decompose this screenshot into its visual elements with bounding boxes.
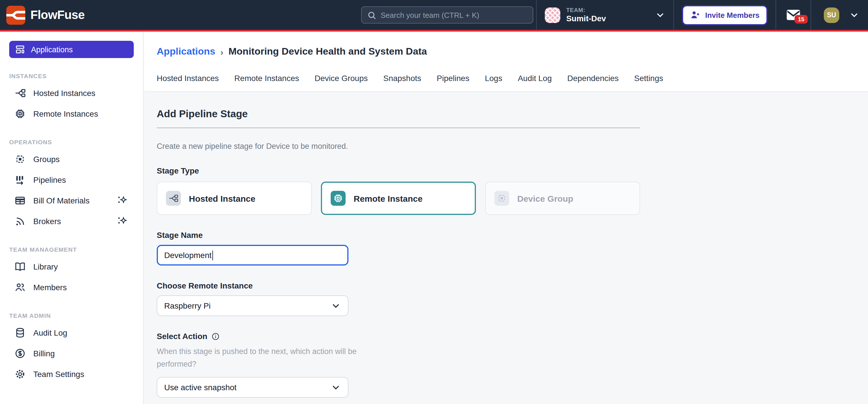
application-tabs: Hosted Instances Remote Instances Device… [157,74,868,91]
invite-members-label: Invite Members [705,11,760,19]
stage-type-option-label: Remote Instance [353,193,423,203]
main-content: Applications › Monitoring Device Health … [144,32,868,404]
rss-icon [14,215,26,227]
sidebar-item-label: Applications [31,45,73,54]
stage-type-hosted-instance[interactable]: Hosted Instance [157,182,312,215]
sidebar-item-library[interactable]: Library [0,256,143,277]
remote-instance-value: Raspberry Pi [164,301,211,310]
select-action-label: Select Action [157,331,868,341]
invite-members-button[interactable]: Invite Members [682,5,768,25]
sidebar-item-label: Members [33,283,67,292]
sidebar-item-label: Groups [33,154,60,164]
sidebar-item-label: Billing [33,349,55,358]
tab-hosted-instances[interactable]: Hosted Instances [157,74,219,83]
currency-dollar-icon [14,348,26,359]
info-icon[interactable] [211,332,220,341]
chevron-down-icon [849,10,859,20]
choose-remote-instance-label: Choose Remote Instance [157,281,868,290]
sidebar-section-operations: OPERATIONS [9,139,143,145]
stage-type-device-group-disabled: Device Group [485,182,640,215]
top-navbar: FlowFuse TEAM: Sumit-Dev Invite Members [0,0,868,32]
breadcrumb-separator: › [220,47,223,57]
sidebar-item-hosted-instances[interactable]: Hosted Instances [0,83,143,104]
chevron-down-icon [331,382,341,393]
sidebar-item-audit-log[interactable]: Audit Log [0,322,143,343]
app-root: FlowFuse TEAM: Sumit-Dev Invite Members [0,0,868,404]
sidebar-item-label: Team Settings [33,370,84,379]
brand-name: FlowFuse [30,8,85,22]
sparkles-icon [117,215,128,227]
tab-remote-instances[interactable]: Remote Instances [234,74,299,83]
team-name: Sumit-Dev [566,13,650,23]
tab-dependencies[interactable]: Dependencies [567,74,619,83]
breadcrumb: Applications › Monitoring Device Health … [157,46,868,58]
navbar-divider [674,0,674,30]
sidebar-item-label: Pipelines [33,175,66,184]
page-title: Monitoring Device Health and System Data [228,46,427,57]
divider [157,127,640,128]
notification-count-badge: 15 [795,15,808,24]
sidebar-item-applications[interactable]: Applications [9,41,134,58]
stage-type-option-label: Hosted Instance [189,193,255,203]
stage-type-remote-instance-selected[interactable]: Remote Instance [321,182,476,215]
select-action-help-text: When this stage is pushed to the next, w… [157,345,359,370]
sidebar-item-remote-instances[interactable]: Remote Instances [0,104,143,124]
form-title: Add Pipeline Stage [157,108,868,120]
action-value: Use active snapshot [164,383,237,392]
chip-icon [331,191,346,206]
sidebar-item-brokers[interactable]: Brokers [0,211,143,232]
sidebar-item-label: Audit Log [33,328,67,337]
user-avatar: SU [824,7,839,23]
sidebar-item-billing[interactable]: Billing [0,343,143,364]
table-icon [14,195,26,206]
action-select[interactable]: Use active snapshot [157,377,348,398]
stage-name-label: Stage Name [157,230,868,240]
sidebar-item-pipelines[interactable]: Pipelines [0,170,143,190]
tab-logs[interactable]: Logs [485,74,502,83]
text-cursor [212,250,213,260]
sidebar-section-instances: INSTANCES [9,73,143,79]
notifications-button[interactable]: 15 [776,0,811,30]
team-search[interactable] [361,6,533,24]
sidebar-section-team-admin: TEAM ADMIN [9,312,143,319]
navbar-right-cluster: TEAM: Sumit-Dev Invite Members 15 SU [536,0,868,30]
sidebar-item-label: Hosted Instances [33,88,95,98]
team-selector[interactable]: TEAM: Sumit-Dev [537,0,674,30]
sidebar-item-bill-of-materials[interactable]: Bill Of Materials [0,190,143,211]
team-label: TEAM: [566,7,650,13]
sidebar: Applications INSTANCES Hosted Instances … [0,32,144,404]
chevron-down-icon [655,10,665,20]
flowfuse-logo[interactable]: FlowFuse [0,5,138,24]
users-icon [14,282,26,293]
branch-icon [14,87,26,99]
chevron-down-icon [331,300,341,311]
remote-instance-select[interactable]: Raspberry Pi [157,295,348,316]
breadcrumb-applications-link[interactable]: Applications [157,46,215,57]
tab-pipelines[interactable]: Pipelines [437,74,470,83]
user-menu[interactable]: SU [811,7,868,23]
search-input[interactable] [361,6,533,24]
sidebar-item-label: Remote Instances [33,109,98,118]
tab-audit-log[interactable]: Audit Log [518,74,552,83]
chip-icon [14,108,26,119]
gear-icon [14,368,26,380]
chip-group-icon [14,153,26,165]
stage-type-option-label: Device Group [517,193,573,203]
search-icon [367,10,377,21]
sidebar-item-team-settings[interactable]: Team Settings [0,364,143,384]
sidebar-item-groups[interactable]: Groups [0,149,143,170]
team-avatar [545,7,561,23]
tab-snapshots[interactable]: Snapshots [383,74,421,83]
sidebar-section-team-management: TEAM MANAGEMENT [9,246,143,253]
tab-device-groups[interactable]: Device Groups [315,74,368,83]
user-plus-icon [690,10,701,20]
form-description: Create a new pipeline stage for Device t… [157,142,868,150]
stage-name-input[interactable]: Development [157,245,348,265]
stage-type-options: Hosted Instance Remote Instance Device G… [157,182,868,215]
tab-settings[interactable]: Settings [634,74,663,83]
stage-type-label: Stage Type [157,166,868,175]
sidebar-item-members[interactable]: Members [0,277,143,298]
flowfuse-logo-icon [6,5,25,24]
page-header: Applications › Monitoring Device Health … [144,32,868,92]
sidebar-item-label: Brokers [33,217,61,226]
